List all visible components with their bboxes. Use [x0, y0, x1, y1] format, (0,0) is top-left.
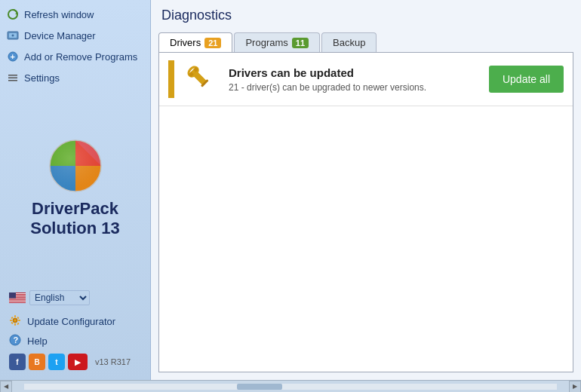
scroll-left-button[interactable]: ◀: [0, 381, 12, 393]
help-icon: ?: [9, 334, 23, 348]
driver-notice: Drivers can be updated 21 - driver(s) ca…: [159, 53, 573, 106]
wrench-icon: [182, 60, 220, 98]
svg-rect-22: [9, 300, 26, 301]
notice-text: Drivers can be updated 21 - driver(s) ca…: [229, 66, 426, 93]
sidebar-logo: DriverPack Solution 13: [0, 88, 150, 283]
main-content: Diagnostics Drivers 21 Programs 11 Backu…: [151, 0, 581, 380]
sidebar-item-add-remove[interactable]: + Add or Remove Programs: [0, 46, 150, 67]
language-selector[interactable]: English Russian German French: [3, 287, 147, 308]
svg-rect-34: [11, 322, 14, 325]
svg-rect-35: [17, 317, 20, 320]
blogger-icon[interactable]: B: [29, 354, 45, 370]
tabs-container: Drivers 21 Programs 11 Backup: [158, 32, 573, 52]
notice-subtitle: 21 - driver(s) can be upgraded to newer …: [229, 82, 426, 93]
svg-rect-30: [10, 320, 12, 321]
twitter-icon[interactable]: t: [48, 354, 65, 370]
svg-rect-29: [14, 323, 16, 326]
tab-backup[interactable]: Backup: [321, 32, 377, 52]
svg-rect-9: [8, 80, 17, 81]
scrollbar: ◀ ▶: [0, 380, 581, 392]
svg-rect-31: [18, 320, 20, 321]
sidebar-item-refresh[interactable]: Refresh window: [0, 4, 150, 25]
settings-icon: [6, 71, 20, 84]
sidebar-item-update-configurator[interactable]: Update Configurator: [3, 311, 147, 331]
tab-programs-label: Programs: [245, 37, 287, 48]
notice-title: Drivers can be updated: [229, 66, 426, 79]
update-all-button[interactable]: Update all: [489, 66, 564, 93]
version-label: v13 R317: [95, 357, 131, 366]
flag-icon: [9, 292, 26, 303]
update-configurator-label: Update Configurator: [27, 316, 115, 327]
svg-rect-8: [8, 78, 17, 79]
svg-rect-23: [9, 301, 26, 302]
tab-drivers[interactable]: Drivers 21: [158, 32, 232, 52]
scroll-right-button[interactable]: ▶: [569, 381, 581, 393]
scrollbar-track: [24, 384, 557, 390]
svg-text:+: +: [11, 52, 15, 61]
svg-rect-24: [9, 302, 26, 302]
svg-rect-7: [8, 75, 17, 76]
tab-backup-label: Backup: [333, 37, 365, 48]
facebook-icon[interactable]: f: [9, 354, 26, 370]
sidebar-item-help[interactable]: ? Help: [3, 331, 147, 351]
device-manager-icon: [6, 29, 20, 42]
svg-rect-20: [9, 299, 26, 299]
svg-rect-25: [9, 302, 26, 303]
help-label: Help: [27, 335, 48, 347]
tab-panel-drivers: Drivers can be updated 21 - driver(s) ca…: [158, 52, 573, 372]
app-name: DriverPack Solution 13: [8, 199, 143, 239]
add-remove-icon: +: [6, 50, 20, 63]
app-container: Refresh window Device Manager + Add or R…: [0, 0, 581, 380]
tab-drivers-badge: 21: [204, 38, 221, 48]
sidebar-device-manager-label: Device Manager: [24, 30, 96, 41]
sidebar-item-device-manager[interactable]: Device Manager: [0, 25, 150, 46]
social-bar: f B t ▶ v13 R317: [3, 351, 147, 373]
sidebar-refresh-label: Refresh window: [24, 9, 94, 20]
svg-rect-21: [9, 299, 26, 300]
language-dropdown[interactable]: English Russian German French: [29, 290, 90, 305]
svg-point-36: [14, 319, 17, 322]
sidebar-add-remove-label: Add or Remove Programs: [24, 51, 137, 63]
tab-programs[interactable]: Programs 11: [234, 32, 320, 52]
svg-rect-28: [14, 315, 16, 317]
tab-programs-badge: 11: [292, 38, 309, 48]
svg-rect-26: [9, 292, 16, 299]
svg-rect-33: [17, 323, 20, 326]
tab-drivers-label: Drivers: [170, 37, 201, 48]
gear-icon: [9, 314, 23, 328]
refresh-icon: [6, 8, 20, 21]
svg-text:?: ?: [14, 335, 19, 345]
notice-accent-bar: [168, 60, 174, 98]
sidebar-settings-label: Settings: [24, 72, 60, 84]
svg-point-4: [12, 35, 14, 37]
page-title: Diagnostics: [158, 8, 573, 23]
sidebar-bottom: English Russian German French: [0, 283, 150, 376]
scrollbar-thumb[interactable]: [237, 384, 282, 390]
svg-rect-32: [11, 317, 14, 320]
sidebar-item-settings[interactable]: Settings: [0, 67, 150, 88]
youtube-icon[interactable]: ▶: [68, 354, 88, 370]
sidebar: Refresh window Device Manager + Add or R…: [0, 0, 151, 380]
